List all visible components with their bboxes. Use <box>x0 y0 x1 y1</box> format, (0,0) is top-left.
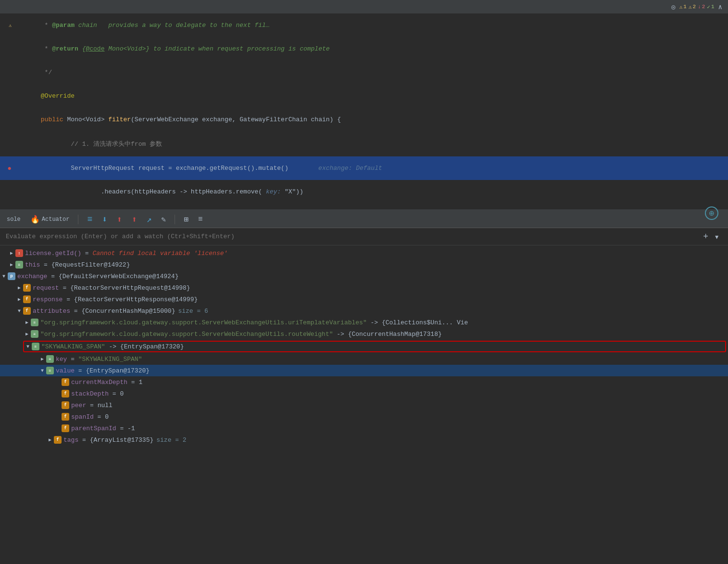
varname-response: response <box>33 296 63 303</box>
varname-attributes: attributes <box>33 308 70 315</box>
add-watch-button[interactable]: ⊕ <box>705 206 718 220</box>
varname-attr1: "org.springframework.cloud.gateway.suppo… <box>40 319 367 326</box>
vareq-sw-value: = <box>75 367 86 374</box>
force-run-button[interactable]: ↗ <box>144 213 155 226</box>
evaluate-bar: + ▾ <box>0 228 728 245</box>
step-over-button[interactable]: ≡ <box>84 213 95 226</box>
icon-tags: f <box>54 436 62 444</box>
varname-exchange: exchange <box>17 273 47 280</box>
gutter-breakpoint: ● <box>0 165 14 172</box>
vareq-tags: = <box>78 436 89 444</box>
code-line-headers: .headers(httpHeaders -> httpHeaders.remo… <box>0 180 728 204</box>
chevron-up-icon[interactable]: ∧ <box>716 2 724 12</box>
tree-row-tags[interactable]: f tags = {ArrayList@17335} size = 2 <box>0 434 728 446</box>
code-line-request-mutate: ● ServerHttpRequest request = exchange.g… <box>0 156 728 180</box>
varsize-tags: size = 2 <box>156 436 186 444</box>
tree-row-spanId[interactable]: f spanId = 0 <box>0 411 728 423</box>
tab-console[interactable]: sole <box>4 215 24 224</box>
ok-badge: ✓ 1 <box>707 4 714 10</box>
expand-skywalking[interactable] <box>24 344 32 349</box>
list-view-button[interactable]: ≡ <box>195 214 206 225</box>
expand-sw-value[interactable] <box>38 368 46 373</box>
tree-row-attr2[interactable]: ≡ "org.springframework.cloud.gateway.sup… <box>0 328 728 340</box>
expand-attributes[interactable] <box>15 308 23 314</box>
tree-row-sw-value[interactable]: ≡ value = {EntrySpan@17320} <box>0 365 728 376</box>
code-line-comment-close: */ <box>0 61 728 84</box>
varname-skywalking: "SKYWALKING_SPAN" <box>41 343 105 350</box>
varname-attr2: "org.springframework.cloud.gateway.suppo… <box>40 331 333 338</box>
step-into-icon: ⬇ <box>102 214 107 225</box>
varval-attr1: {Collections$Uni... Vie <box>382 319 468 326</box>
icon-spanId: f <box>62 413 69 421</box>
icon-attributes: f <box>23 307 31 315</box>
varname-tags: tags <box>63 436 78 444</box>
varsize-attributes: size = 6 <box>178 308 208 315</box>
vareq-attributes: = <box>70 308 81 315</box>
tree-row-peer[interactable]: f peer = null <box>0 399 728 411</box>
vareq-parentSpanId: = <box>116 425 127 432</box>
tree-row-exchange[interactable]: p exchange = {DefaultServerWebExchange@1… <box>0 270 728 282</box>
tree-row-response[interactable]: f response = {ReactorServerHttpResponse@… <box>0 294 728 305</box>
evaluate-input[interactable] <box>6 233 700 240</box>
tree-row-license[interactable]: ! license.getId() = Cannot find local va… <box>0 247 728 259</box>
icon-parentSpanId: f <box>62 424 69 432</box>
step-out-icon: ⬆ <box>117 214 122 225</box>
code-content-return: * @return {@code Mono<Void>} to indicate… <box>14 38 728 60</box>
tree-row-stackDepth[interactable]: f stackDepth = 0 <box>0 388 728 399</box>
vareq-request: = <box>59 284 70 292</box>
add-watch-eval-button[interactable]: + <box>700 231 711 243</box>
tree-row-skywalking[interactable]: ≡ "SKYWALKING_SPAN" -> {EntrySpan@17320} <box>23 341 726 352</box>
top-bar-icons: ◎ ⚠ 1 ⚠ 2 ↓ 2 ✓ 1 ∧ <box>669 2 724 12</box>
expand-exchange[interactable] <box>0 274 8 279</box>
expand-this[interactable] <box>8 262 15 268</box>
code-content-comment-close: */ <box>14 62 728 83</box>
eval-dropdown-button[interactable]: ▾ <box>711 231 722 243</box>
varname-request: request <box>33 284 59 292</box>
code-content-comment-1: // 1. 清洗请求头中from 参数 <box>14 132 728 155</box>
tree-row-currentMaxDepth[interactable]: f currentMaxDepth = 1 <box>0 376 728 388</box>
varval-attr2: {ConcurrentHashMap@17318} <box>348 331 442 338</box>
expand-license[interactable] <box>8 250 15 256</box>
icon-sw-key: ≡ <box>46 355 54 363</box>
tree-row-parentSpanId[interactable]: f parentSpanId = -1 <box>0 423 728 434</box>
step-over-icon: ≡ <box>87 215 92 224</box>
code-line-override: @Override <box>0 84 728 108</box>
varval-sw-value: {EntrySpan@17320} <box>86 367 150 374</box>
step-out-button[interactable]: ⬆ <box>114 213 125 226</box>
icon-currentMaxDepth: f <box>62 378 69 386</box>
expand-tags[interactable] <box>46 437 54 443</box>
varname-sw-key: key <box>56 356 67 363</box>
run-to-cursor-button[interactable]: ⬆ <box>129 213 140 226</box>
varval-peer: null <box>98 402 113 409</box>
vareq-attr1: -> <box>367 319 382 326</box>
variables-tree: ! license.getId() = Cannot find local va… <box>0 245 728 448</box>
grid-view-button[interactable]: ⊞ <box>181 213 191 226</box>
varname-license: license.getId() <box>25 250 81 257</box>
code-content-headers: .headers(httpHeaders -> httpHeaders.remo… <box>14 181 728 203</box>
code-line-javadoc-param: ⚠ * @param chain provides a way to deleg… <box>0 13 728 37</box>
evaluate-button[interactable]: ✎ <box>159 213 169 226</box>
icon-attr2: ≡ <box>31 330 38 338</box>
tree-row-this[interactable]: ≡ this = {RequestFilter@14922} <box>0 259 728 270</box>
icon-peer: f <box>62 401 69 409</box>
eye-icon[interactable]: ◎ <box>669 2 677 12</box>
varval-skywalking: {EntrySpan@17320} <box>120 343 184 350</box>
expand-sw-key[interactable] <box>38 356 46 362</box>
step-into-button[interactable]: ⬇ <box>99 213 110 226</box>
tree-row-request[interactable]: f request = {ReactorServerHttpRequest@14… <box>0 282 728 294</box>
tree-row-attributes[interactable]: f attributes = {ConcurrentHashMap@15000}… <box>0 305 728 317</box>
tree-row-attr1[interactable]: ≡ "org.springframework.cloud.gateway.sup… <box>0 317 728 328</box>
error-badge: ↓ 2 <box>698 4 705 10</box>
expand-attr1[interactable] <box>23 320 31 325</box>
vareq-exchange: = <box>47 273 58 280</box>
expand-response[interactable] <box>15 296 23 302</box>
icon-skywalking: ≡ <box>32 343 39 350</box>
tree-row-sw-key[interactable]: ≡ key = "SKYWALKING_SPAN" <box>0 353 728 365</box>
actuator-tab-label: Actuator <box>42 216 70 223</box>
varval-currentMaxDepth: 1 <box>138 379 142 386</box>
vareq-response: = <box>63 296 74 303</box>
tab-actuator[interactable]: 🔥 Actuator <box>27 213 73 226</box>
expand-request[interactable] <box>15 285 23 291</box>
varval-spanId: 0 <box>105 413 109 421</box>
expand-attr2[interactable] <box>23 331 31 337</box>
